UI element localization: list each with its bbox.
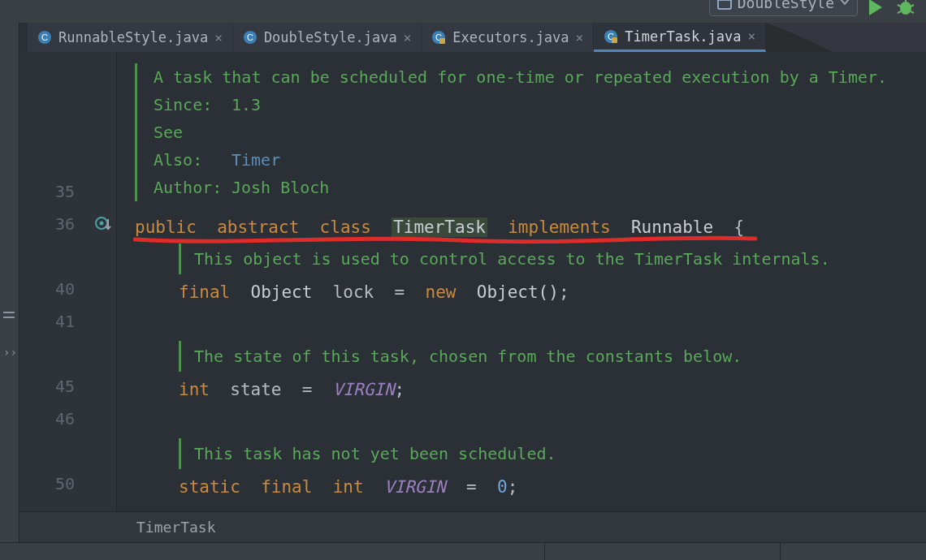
- tab-label: TimerTask.java: [625, 28, 741, 45]
- brace-open: {: [733, 218, 744, 237]
- eq: =: [302, 380, 313, 399]
- expand-icon[interactable]: ››: [3, 346, 17, 359]
- svg-rect-6: [718, 0, 731, 1]
- svg-rect-22: [612, 37, 617, 43]
- status-bar: [0, 542, 926, 560]
- tab-runnablestyle[interactable]: C RunnableStyle.java ×: [28, 23, 233, 52]
- svg-rect-5: [718, 0, 731, 9]
- application-icon: [716, 0, 733, 11]
- line-number: 41: [36, 312, 75, 331]
- kw-public: public: [135, 218, 197, 237]
- kw-final: final: [179, 282, 230, 302]
- line-number: 50: [36, 474, 75, 493]
- code-editor[interactable]: 35 36 40 41 45 46 50 A task that can be …: [19, 52, 926, 511]
- eq: =: [466, 477, 477, 497]
- line-number: 45: [36, 377, 75, 396]
- kw-int: int: [179, 380, 210, 399]
- const-virgin-ref: VIRGIN: [333, 380, 395, 399]
- doc-state: The state of this task, chosen from the …: [179, 341, 742, 372]
- tool-mark-icon: [3, 312, 15, 313]
- tab-doublestyle[interactable]: C DoubleStyle.java ×: [233, 23, 422, 52]
- line-class-decl: public abstract class TimerTask implemen…: [135, 211, 744, 243]
- close-icon[interactable]: ×: [748, 28, 756, 44]
- line-virgin-decl: static final int VIRGIN = 0;: [179, 471, 517, 503]
- doc-virgin: This task has not yet been scheduled.: [179, 438, 556, 469]
- semi: ;: [395, 380, 405, 399]
- class-name: TimerTask: [392, 218, 487, 237]
- tab-label: DoubleStyle.java: [264, 29, 397, 45]
- tab-label: RunnableStyle.java: [58, 29, 208, 45]
- kw-class: class: [320, 218, 371, 237]
- run-icon[interactable]: [864, 0, 885, 18]
- type-object: Object: [251, 282, 313, 302]
- line-state-decl: int state = VIRGIN;: [179, 373, 405, 406]
- line-number: 36: [36, 214, 75, 234]
- left-tool-stripe[interactable]: ››: [0, 23, 19, 542]
- ide-window: DoubleStyle ›› C RunnableStyle.java ×: [0, 0, 926, 560]
- code-area[interactable]: public abstract class TimerTask implemen…: [135, 52, 926, 511]
- field-state: state: [230, 380, 281, 399]
- override-gutter-icon[interactable]: [94, 214, 112, 232]
- kw-final: final: [261, 477, 312, 497]
- run-config-label: DoubleStyle: [738, 0, 834, 11]
- svg-line-9: [898, 5, 901, 6]
- debug-icon[interactable]: [895, 0, 916, 18]
- iface-runnable: Runnable: [631, 218, 713, 237]
- status-segment[interactable]: [544, 543, 780, 560]
- breadcrumb-bar[interactable]: TimerTask: [19, 511, 926, 542]
- close-icon[interactable]: ×: [576, 30, 584, 45]
- java-class-icon: C: [243, 30, 257, 45]
- chevron-down-icon: [839, 0, 850, 7]
- semi: ;: [508, 477, 518, 497]
- svg-point-24: [100, 222, 104, 226]
- top-toolbar: DoubleStyle: [0, 0, 926, 23]
- kw-new: new: [426, 282, 457, 302]
- kw-int: int: [333, 477, 364, 497]
- kw-static: static: [179, 477, 240, 497]
- kw-abstract: abstract: [217, 218, 299, 237]
- svg-text:C: C: [41, 32, 48, 42]
- line-number: 40: [36, 279, 75, 299]
- java-class-icon: C: [37, 30, 52, 45]
- tab-timertask[interactable]: C TimerTask.java ×: [594, 23, 766, 52]
- line-number: 35: [36, 182, 75, 201]
- doc-lock: This object is used to control access to…: [179, 243, 830, 274]
- editor-tabs: C RunnableStyle.java × C DoubleStyle.jav…: [28, 23, 766, 52]
- ctor-object: Object(): [477, 282, 559, 302]
- java-lib-class-icon: C: [604, 29, 618, 44]
- close-icon[interactable]: ×: [214, 30, 223, 45]
- svg-text:C: C: [247, 32, 253, 42]
- tool-mark-icon: [3, 317, 15, 318]
- close-icon[interactable]: ×: [404, 30, 412, 45]
- svg-point-7: [900, 2, 911, 15]
- field-lock: lock: [333, 282, 374, 302]
- line-number: 46: [36, 409, 75, 429]
- eq: =: [395, 282, 405, 302]
- java-lib-class-icon: C: [431, 30, 446, 45]
- svg-line-10: [911, 5, 914, 6]
- gutter: 35 36 40 41 45 46 50: [19, 52, 117, 511]
- svg-line-11: [898, 11, 901, 13]
- kw-implements: implements: [508, 218, 610, 237]
- status-segment[interactable]: [780, 543, 926, 560]
- const-virgin: VIRGIN: [384, 477, 446, 497]
- literal-zero: 0: [497, 477, 508, 497]
- tab-executors[interactable]: C Executors.java ×: [422, 23, 594, 52]
- line-lock-decl: final Object lock = new Object();: [179, 276, 569, 308]
- semi: ;: [559, 282, 569, 302]
- run-config-combo[interactable]: DoubleStyle: [709, 0, 858, 16]
- breadcrumb-item[interactable]: TimerTask: [136, 519, 216, 536]
- svg-rect-19: [439, 38, 445, 44]
- svg-line-12: [911, 11, 914, 13]
- tab-label: Executors.java: [452, 29, 569, 45]
